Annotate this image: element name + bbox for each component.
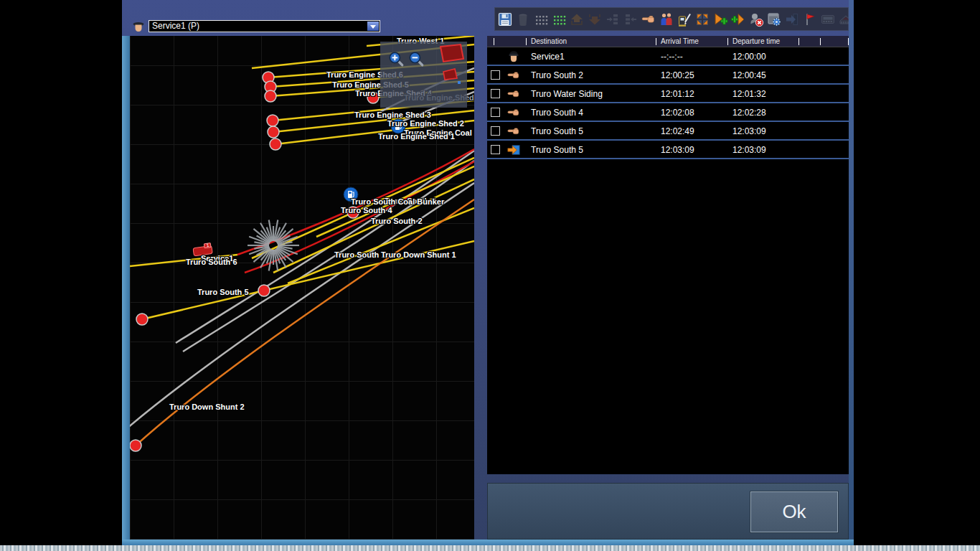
toolbar-panel-flat-button	[820, 11, 836, 27]
toolbar-center-arrows-button[interactable]	[694, 11, 710, 27]
destination-cell: Truro South 5	[531, 145, 583, 155]
toolbar-remove-driver-button[interactable]	[748, 11, 764, 27]
window-frame-left	[122, 36, 130, 540]
timetable-row[interactable]: Truro Water Siding12:01:1212:01:32	[487, 85, 849, 103]
toolbar-indent-left-button	[623, 11, 639, 27]
timetable-row[interactable]: Service1--:--:--12:00:00	[487, 47, 849, 66]
toolbar-grid-dots-white-button	[533, 11, 549, 27]
map-label: Truro South Coal Bunker	[351, 197, 444, 206]
row-checkbox[interactable]	[491, 126, 500, 136]
arrival-time-cell: 12:01:12	[661, 89, 694, 99]
arrival-time-cell: 12:02:08	[661, 108, 694, 118]
hand-icon	[507, 87, 521, 101]
route-map[interactable]: 1Truro West 1Truro Engine Shed 6Truro En…	[130, 36, 474, 540]
hand-icon	[507, 68, 521, 83]
departure-time-cell: 12:00:45	[732, 70, 766, 80]
service-selector-value: Service1 (P)	[152, 21, 199, 31]
toolbar-move-down-button	[587, 11, 603, 27]
column-divider	[820, 38, 821, 45]
map-label: Truro Engine Shed 1	[378, 132, 455, 141]
signal-markers	[380, 42, 467, 108]
column-header-destination: Destination	[531, 37, 567, 45]
departure-time-cell: 12:01:32	[732, 89, 766, 99]
confirm-panel: Ok	[487, 483, 849, 540]
map-label: Truro South 4	[341, 206, 392, 215]
timetable-rows: Service1--:--:--12:00:00Truro South 212:…	[487, 47, 849, 159]
departure-time-cell: 12:00:00	[732, 52, 766, 62]
departure-time-cell: 12:02:28	[732, 108, 766, 118]
arrow-portal-icon	[507, 143, 521, 157]
toolbar-door-exit-button	[784, 11, 800, 27]
toolbar-delete-button	[515, 11, 531, 27]
departure-time-cell: 12:03:09	[732, 145, 766, 155]
departure-time-cell: 12:03:09	[732, 126, 766, 136]
column-divider	[656, 38, 656, 45]
column-divider	[798, 38, 799, 45]
arrival-time-cell: 12:00:25	[661, 70, 694, 80]
toolbar-hand-button[interactable]	[641, 11, 656, 27]
map-label: Truro Down Shunt 2	[169, 402, 245, 411]
map-label: Truro South 6	[186, 258, 237, 266]
column-divider	[494, 38, 494, 45]
map-label: Truro Engine Shed 3	[354, 110, 431, 119]
column-divider	[727, 38, 728, 45]
arrival-time-cell: 12:03:09	[661, 145, 694, 155]
map-label: Truro South 5	[197, 288, 249, 296]
toolbar-passengers-button[interactable]	[659, 11, 674, 27]
row-checkbox[interactable]	[491, 70, 500, 80]
destination-cell: Truro South 2	[531, 70, 583, 80]
toolbar-flag-button[interactable]	[802, 11, 818, 27]
desktop-edge	[0, 545, 980, 551]
row-checkbox[interactable]	[491, 108, 500, 117]
toolbar-fuel-edit-button[interactable]	[677, 11, 692, 27]
row-checkbox[interactable]	[491, 89, 500, 98]
toolbar	[494, 7, 849, 31]
timetable-row[interactable]: Truro South 512:02:4912:03:09	[487, 122, 849, 141]
toolbar-move-up-button	[569, 11, 585, 27]
destination-cell: Truro South 4	[531, 108, 583, 118]
timetable-row[interactable]: Truro South 412:02:0812:02:28	[487, 103, 849, 122]
hand-icon	[507, 124, 521, 138]
window-frame-bottom	[122, 540, 854, 545]
toolbar-grid-dots-green-button[interactable]	[551, 11, 567, 27]
map-label: Truro South 1	[334, 250, 386, 259]
toolbar-save-button[interactable]	[497, 11, 513, 27]
map-tool-overlay	[380, 42, 467, 108]
timetable-header: DestinationArrival TimeDeparture time	[487, 36, 849, 47]
hand-icon	[507, 105, 521, 120]
driver-icon	[507, 50, 521, 64]
toolbar-settings-window-button[interactable]	[766, 11, 782, 27]
row-checkbox[interactable]	[491, 145, 500, 154]
map-label: Truro South 2	[371, 217, 423, 225]
destination-cell: Truro South 5	[531, 126, 583, 136]
map-label: Truro Engine Shed 2	[387, 119, 464, 128]
timetable-row[interactable]: Truro South 512:03:0912:03:09	[487, 141, 849, 159]
chevron-down-icon[interactable]	[367, 22, 379, 31]
toolbar-add-instruction-button[interactable]	[730, 11, 746, 27]
toolbar-indent-right-button	[605, 11, 621, 27]
timetable-editor-window: path d="M4.5 9 q0,-6.5 6.5,-6.5 q6.5,0 6…	[122, 0, 854, 545]
timetable-panel: DestinationArrival TimeDeparture time Se…	[487, 36, 849, 474]
window-frame-right	[849, 0, 854, 545]
arrival-time-cell: --:--:--	[661, 52, 683, 62]
timetable-row[interactable]: Truro South 212:00:2512:00:45	[487, 66, 849, 85]
toolbar-add-service-button[interactable]	[712, 11, 728, 27]
column-header-arrival-time: Arrival Time	[661, 37, 699, 45]
destination-cell: Service1	[531, 52, 565, 62]
column-divider	[526, 38, 527, 45]
ok-button[interactable]: Ok	[750, 491, 838, 532]
service-selector[interactable]: Service1 (P)	[149, 20, 380, 32]
destination-cell: Truro Water Siding	[531, 89, 603, 99]
driver-icon: path d="M4.5 9 q0,-6.5 6.5,-6.5 q6.5,0 6…	[131, 18, 146, 34]
arrival-time-cell: 12:02:49	[661, 126, 694, 136]
map-label: Truro Down Shunt 1	[381, 250, 456, 259]
column-header-departure-time: Departure time	[732, 37, 780, 45]
